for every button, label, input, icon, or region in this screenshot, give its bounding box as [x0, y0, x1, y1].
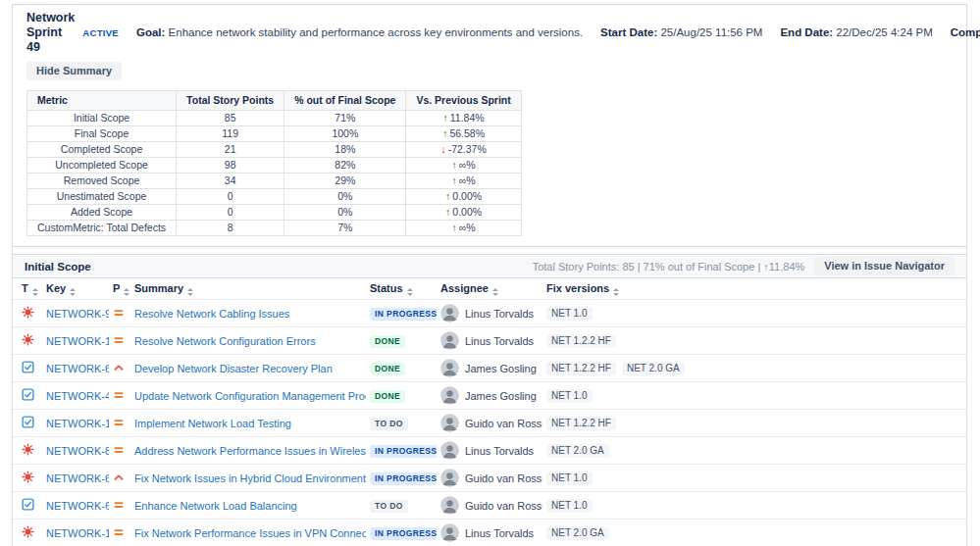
metrics-col-vs-previous-sprint: Vs. Previous Sprint [406, 91, 521, 111]
column-label: P [113, 282, 120, 294]
sort-icon [32, 288, 38, 296]
column-header-assignee[interactable]: Assignee [437, 278, 542, 300]
fix-version-lozenge: NET 1.2.2 HF [546, 417, 616, 430]
metric-row: Completed Scope 21 18% ↓-72.37% [27, 142, 522, 158]
metrics-col-metric: Metric [27, 91, 177, 111]
metric-name: Removed Scope [27, 174, 177, 189]
section-totals: Total Story Points: 85 | 71% out of Fina… [533, 261, 805, 273]
person-avatar-icon [440, 359, 459, 377]
metric-name: Unestimated Scope [27, 189, 177, 205]
status-badge: IN PROGRESS [370, 472, 437, 485]
trend-arrow-icon: ↑ [443, 112, 448, 124]
metric-percent-of-final-scope: 7% [284, 221, 406, 236]
sprint-status-badge: ACTIVE [82, 25, 119, 40]
issue-key-link[interactable]: NETWORK-44 [46, 390, 109, 402]
issue-summary-link[interactable]: Resolve Network Configuration Errors [134, 335, 316, 347]
column-label: Summary [134, 282, 183, 294]
priority-medium-equals-icon [113, 389, 125, 401]
metric-row: Uncompleted Scope 98 82% ↑∞% [27, 158, 522, 174]
metric-total-story-points: 98 [177, 158, 284, 174]
sprint-metrics-table: Metric Total Story Points % out of Final… [26, 90, 522, 236]
issue-key-link[interactable]: NETWORK-11 [46, 527, 109, 539]
priority-medium-equals-icon [113, 334, 125, 346]
column-header-fix-versions[interactable]: Fix versions [542, 278, 966, 300]
assignee-name: Linus Torvalds [465, 445, 534, 457]
trend-value: -72.37% [448, 143, 487, 155]
metric-row: Unestimated Scope 0 0% ↑0.00% [27, 189, 522, 205]
issue-summary-link[interactable]: Resolve Network Cabling Issues [134, 308, 289, 320]
issue-summary-link[interactable]: Fix Network Performance Issues in VPN Co… [134, 527, 366, 539]
end-date-value: 22/Dec/25 4:24 PM [836, 26, 932, 38]
fix-versions-cell: NET 2.0 GA [542, 520, 966, 546]
priority-medium-equals-icon [113, 499, 125, 511]
metrics-table-body: Initial Scope 85 71% ↑11.84% Final Scope… [27, 111, 522, 236]
status-badge: IN PROGRESS [370, 308, 437, 321]
column-header-status[interactable]: Status [366, 278, 437, 300]
task-check-icon [22, 498, 34, 511]
fix-version-lozenge: NET 1.0 [546, 472, 593, 485]
issue-key-link[interactable]: NETWORK-81 [46, 445, 109, 457]
person-avatar-icon [440, 304, 459, 323]
issue-row: NETWORK-61 Fix Network Issues in Hybrid … [13, 465, 966, 492]
sprint-summary: Network Sprint 49 ACTIVE Goal: Enhance n… [13, 5, 966, 247]
metric-row: Final Scope 119 100% ↑56.58% [27, 126, 522, 142]
assignee-name: Linus Torvalds [465, 308, 534, 320]
column-header-p[interactable]: P [109, 278, 130, 300]
column-header-summary[interactable]: Summary [130, 278, 366, 300]
fix-version-lozenge: NET 2.0 GA [546, 526, 609, 540]
issue-summary-link[interactable]: Enhance Network Load Balancing [134, 500, 297, 512]
view-in-issue-navigator-button[interactable]: View in Issue Navigator [814, 257, 954, 275]
issue-row: NETWORK-11 Fix Network Performance Issue… [13, 520, 966, 546]
column-header-t[interactable]: T [13, 278, 42, 300]
trend-value: ∞% [459, 222, 476, 233]
sprint-goal: Goal: Enhance network stability and perf… [136, 25, 583, 40]
issue-row: NETWORK-60 Develop Network Disaster Reco… [13, 355, 966, 382]
issue-row: NETWORK-81 Address Network Performance I… [13, 437, 966, 465]
metric-row: Initial Scope 85 71% ↑11.84% [27, 111, 522, 126]
sprint-report-panel: Network Sprint 49 ACTIVE Goal: Enhance n… [12, 4, 967, 546]
issue-key-link[interactable]: NETWORK-103 [46, 335, 109, 347]
priority-medium-equals-icon [113, 307, 125, 319]
issue-summary-link[interactable]: Update Network Configuration Management … [134, 390, 366, 402]
status-badge: TO DO [370, 500, 408, 513]
issue-summary-link[interactable]: Address Network Performance Issues in Wi… [134, 445, 366, 457]
metric-row: Added Scope 0 0% ↑0.00% [27, 205, 522, 221]
issue-key-link[interactable]: NETWORK-61 [46, 472, 109, 484]
hide-summary-button[interactable]: Hide Summary [26, 62, 122, 80]
issue-summary-link[interactable]: Develop Network Disaster Recovery Plan [134, 363, 333, 374]
task-check-icon [22, 361, 34, 373]
trend-value: 0.00% [452, 190, 482, 202]
trend-arrow-icon: ↓ [440, 143, 445, 155]
sort-icon [613, 288, 619, 296]
metric-vs-previous-sprint: ↑56.58% [406, 126, 521, 142]
metric-percent-of-final-scope: 82% [284, 158, 406, 174]
metric-percent-of-final-scope: 18% [284, 142, 406, 158]
priority-medium-equals-icon [113, 417, 125, 428]
issue-key-link[interactable]: NETWORK-62 [46, 500, 109, 512]
issue-key-link[interactable]: NETWORK-60 [46, 363, 109, 374]
issue-summary-link[interactable]: Implement Network Load Testing [134, 418, 291, 429]
metric-vs-previous-sprint: ↑0.00% [406, 205, 521, 221]
issue-key-link[interactable]: NETWORK-100 [46, 418, 109, 429]
metric-vs-previous-sprint: ↑11.84% [406, 111, 521, 126]
issue-key-link[interactable]: NETWORK-99 [46, 308, 109, 320]
status-badge: DONE [370, 363, 405, 375]
fix-versions-cell: NET 1.0 [542, 465, 966, 492]
issue-summary-link[interactable]: Fix Network Issues in Hybrid Cloud Envir… [134, 472, 366, 484]
sort-icon [407, 288, 413, 296]
bug-icon [22, 525, 34, 538]
fix-version-lozenge: NET 1.0 [546, 307, 593, 321]
metric-total-story-points: 0 [177, 205, 284, 221]
goal-label: Goal: [136, 26, 165, 38]
trend-value: 56.58% [449, 127, 485, 139]
assignee-name: Guido van Rossum [465, 418, 542, 429]
trend-arrow-icon: ↑ [452, 222, 457, 233]
metric-total-story-points: 0 [177, 189, 284, 205]
sort-icon [187, 288, 193, 296]
bug-icon [22, 306, 34, 319]
person-avatar-icon [440, 523, 459, 542]
column-header-key[interactable]: Key [42, 278, 109, 300]
priority-medium-equals-icon [113, 444, 125, 456]
bug-icon [22, 443, 34, 456]
status-badge: DONE [370, 335, 405, 348]
